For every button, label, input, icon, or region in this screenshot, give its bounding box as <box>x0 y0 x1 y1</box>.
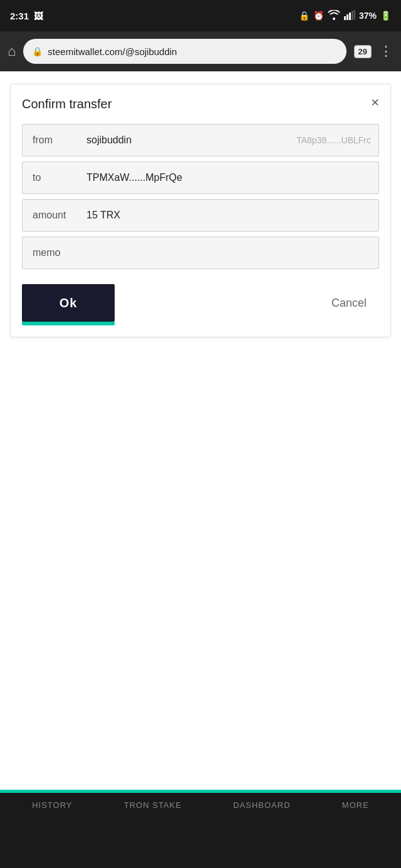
bottom-nav: HISTORY TRON STAKE DASHBOARD MORE <box>0 800 401 810</box>
bottom-bar: HISTORY TRON STAKE DASHBOARD MORE <box>0 793 401 868</box>
time-display: 2:31 <box>10 11 29 21</box>
url-text: steemitwallet.com/@sojibuddin <box>48 46 177 57</box>
to-value: TPMXaW......MpFrQe <box>79 163 378 192</box>
from-label: from <box>23 135 79 146</box>
memo-label: memo <box>23 247 79 258</box>
page-content: Confirm transfer × from sojibuddin TA8p3… <box>0 71 401 725</box>
battery-icon: 🔋 <box>380 11 391 21</box>
white-space <box>10 337 391 713</box>
amount-label: amount <box>23 210 79 221</box>
alarm-icon: ⏰ <box>313 11 324 21</box>
wifi-icon <box>328 10 340 22</box>
button-row: Ok Cancel <box>22 284 379 322</box>
memo-row: memo <box>22 237 379 269</box>
nav-dashboard[interactable]: DASHBOARD <box>233 800 290 810</box>
browser-bar: ⌂ 🔒 steemitwallet.com/@sojibuddin 29 ⋮ <box>0 31 401 71</box>
from-secondary: TA8p38......UBLFrc <box>296 135 378 145</box>
tab-badge[interactable]: 29 <box>354 45 372 58</box>
from-row: from sojibuddin TA8p38......UBLFrc <box>22 124 379 156</box>
ok-button[interactable]: Ok <box>22 284 115 322</box>
to-label: to <box>23 172 79 183</box>
svg-rect-2 <box>349 13 351 20</box>
svg-rect-1 <box>346 14 348 20</box>
from-value: sojibuddin <box>79 126 296 155</box>
cancel-button[interactable]: Cancel <box>319 290 379 316</box>
nav-more[interactable]: MORE <box>342 800 369 810</box>
confirm-transfer-dialog: Confirm transfer × from sojibuddin TA8p3… <box>10 84 391 337</box>
signal-icon <box>344 10 355 22</box>
svg-rect-0 <box>344 16 346 20</box>
lock-icon: 🔒 <box>32 46 43 56</box>
photo-icon: 🖼 <box>34 11 43 21</box>
url-box[interactable]: 🔒 steemitwallet.com/@sojibuddin <box>23 39 346 64</box>
status-bar: 2:31 🖼 🔒 ⏰ 37% 🔋 <box>0 0 401 31</box>
svg-rect-4 <box>354 10 355 20</box>
svg-rect-3 <box>352 11 353 20</box>
memo-value[interactable] <box>79 244 378 262</box>
dialog-title: Confirm transfer <box>22 97 379 111</box>
to-row: to TPMXaW......MpFrQe <box>22 161 379 194</box>
more-icon[interactable]: ⋮ <box>379 43 393 59</box>
shield-icon: 🔒 <box>299 11 310 21</box>
battery-text: 37% <box>359 11 377 21</box>
status-right: 🔒 ⏰ 37% 🔋 <box>299 10 391 22</box>
nav-history[interactable]: HISTORY <box>32 800 72 810</box>
nav-tron-stake[interactable]: TRON STAKE <box>124 800 182 810</box>
amount-row: amount 15 TRX <box>22 199 379 232</box>
close-button[interactable]: × <box>371 96 379 110</box>
home-icon[interactable]: ⌂ <box>8 43 16 59</box>
amount-value: 15 TRX <box>79 201 378 230</box>
status-left: 2:31 🖼 <box>10 11 43 21</box>
